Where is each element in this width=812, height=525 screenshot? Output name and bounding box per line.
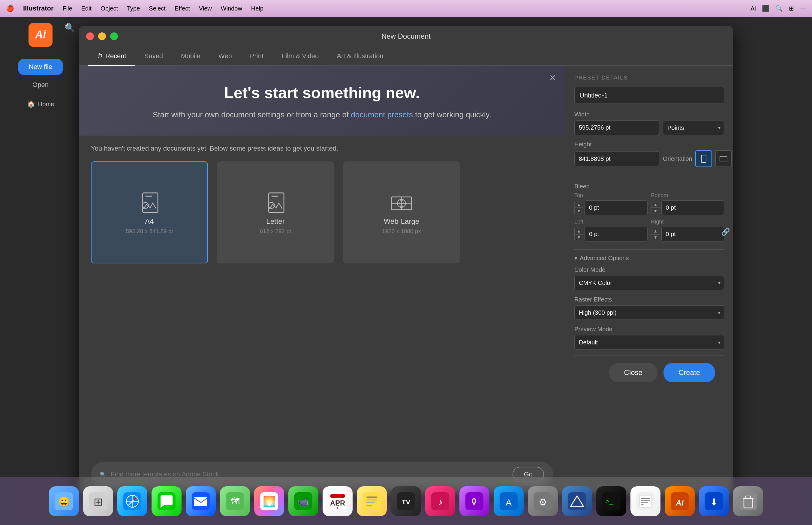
landscape-button[interactable] — [715, 150, 732, 167]
preset-icon-letter — [262, 190, 289, 217]
bleed-grid: Top ▲ ▼ Bottom — [574, 192, 724, 241]
bleed-bottom-up[interactable]: ▲ — [651, 201, 660, 208]
dock-item-safari[interactable] — [117, 486, 147, 516]
menu-bar: 🍎 Illustrator File Edit Object Type Sele… — [0, 0, 812, 17]
menu-help[interactable]: Help — [251, 5, 264, 12]
advanced-options-toggle[interactable]: ▾ Advanced Options — [574, 254, 724, 261]
bleed-left-input[interactable] — [585, 227, 648, 241]
dock-item-textedit[interactable] — [630, 486, 660, 516]
tab-saved[interactable]: Saved — [135, 47, 172, 65]
traffic-lights — [86, 32, 118, 40]
menu-object[interactable]: Object — [101, 5, 118, 12]
dock-item-appstore[interactable]: A — [494, 486, 524, 516]
dock-item-trash[interactable] — [733, 486, 763, 516]
bleed-left-down[interactable]: ▼ — [574, 234, 583, 240]
maximize-traffic-light[interactable] — [110, 32, 118, 40]
dock-item-finder[interactable]: 😀 — [49, 486, 79, 516]
bleed-top-down[interactable]: ▼ — [574, 208, 583, 214]
height-input[interactable] — [574, 151, 659, 166]
search-icon[interactable]: 🔍 — [776, 5, 783, 12]
control-center-icon[interactable]: ⊞ — [789, 5, 794, 12]
bleed-right-input[interactable] — [661, 227, 724, 241]
menu-window[interactable]: Window — [221, 5, 242, 12]
bleed-top-input[interactable] — [585, 200, 648, 215]
width-input[interactable] — [574, 120, 659, 135]
tab-saved-label: Saved — [144, 52, 163, 60]
tab-print[interactable]: Print — [241, 47, 272, 65]
dialog-body: ✕ Let's start something new. Start with … — [79, 66, 733, 494]
tab-film[interactable]: Film & Video — [272, 47, 328, 65]
tab-art[interactable]: Art & Illustration — [328, 47, 392, 65]
dock-item-facetime[interactable]: 📹 — [288, 486, 318, 516]
svg-rect-55 — [641, 502, 648, 503]
color-mode-select[interactable]: CMYK Color RGB Color — [574, 276, 724, 290]
tab-mobile[interactable]: Mobile — [172, 47, 209, 65]
bleed-label: Bleed — [574, 183, 724, 190]
dock-item-maps[interactable]: 🗺 — [220, 486, 250, 516]
dock-item-illustrator[interactable]: Ai — [665, 486, 695, 516]
dock-item-delta[interactable] — [562, 486, 592, 516]
dock-item-calendar[interactable]: APR7 — [322, 486, 352, 516]
bleed-right-up[interactable]: ▲ — [651, 228, 660, 234]
preset-card-web-large[interactable]: Web-Large 1920 x 1080 px — [343, 161, 460, 264]
raster-effects-select[interactable]: High (300 ppi) Medium (150 ppi) Low (72 … — [574, 305, 724, 320]
menu-type[interactable]: Type — [127, 5, 140, 12]
preset-a4-size: 595.28 x 841.89 pt — [126, 228, 173, 235]
dock-item-launchpad[interactable]: ⊞ — [83, 486, 113, 516]
ai-icon: Ai — [751, 5, 756, 12]
dock-item-mail[interactable] — [186, 486, 216, 516]
bleed-top-label: Top — [574, 192, 648, 199]
app-menu-illustrator[interactable]: Illustrator — [23, 4, 54, 12]
preset-name-input[interactable] — [574, 87, 724, 104]
bleed-bottom-input[interactable] — [661, 200, 724, 215]
bleed-right-down[interactable]: ▼ — [651, 234, 660, 240]
svg-rect-21 — [194, 497, 207, 506]
bleed-link-icon[interactable]: 🔗 — [721, 228, 730, 236]
preview-mode-select[interactable]: Default Pixel Overprint — [574, 335, 724, 349]
portrait-button[interactable] — [695, 150, 712, 167]
dock-item-photos[interactable]: 🌅 — [254, 486, 284, 516]
menu-file[interactable]: File — [62, 5, 72, 12]
close-button[interactable]: Close — [609, 363, 658, 382]
tab-web[interactable]: Web — [209, 47, 241, 65]
bleed-left-field: Left ▲ ▼ — [574, 219, 648, 241]
dock-item-terminal[interactable]: >_ — [596, 486, 626, 516]
svg-text:7: 7 — [336, 504, 339, 510]
hero-subtitle: Start with your own document settings or… — [97, 109, 547, 121]
preview-mode-label: Preview Mode — [574, 326, 724, 333]
create-button[interactable]: Create — [663, 363, 715, 382]
menu-select[interactable]: Select — [149, 5, 166, 12]
tab-recent-label: Recent — [105, 52, 126, 60]
color-mode-row: CMYK Color RGB Color — [574, 276, 724, 290]
bleed-left-up[interactable]: ▲ — [574, 228, 583, 234]
preset-web-large-name: Web-Large — [384, 217, 419, 226]
svg-rect-53 — [641, 498, 650, 499]
dock-item-music[interactable]: ♪ — [425, 486, 455, 516]
document-presets-link[interactable]: document presets — [351, 110, 413, 119]
dock-item-system-preferences[interactable]: ⚙ — [528, 486, 558, 516]
hero-subtitle-after: to get working quickly. — [413, 110, 491, 119]
apple-menu[interactable]: 🍎 — [6, 4, 14, 12]
hero-close-button[interactable]: ✕ — [549, 73, 556, 83]
height-label: Height — [574, 141, 724, 148]
tab-web-label: Web — [219, 52, 232, 60]
dock-item-notes[interactable] — [357, 486, 387, 516]
dialog-tabs: ⏱ Recent Saved Mobile Web Print Film & V… — [79, 47, 733, 66]
close-traffic-light[interactable] — [86, 32, 94, 40]
menu-effect[interactable]: Effect — [175, 5, 190, 12]
dock-item-podcasts[interactable]: 🎙 — [460, 486, 490, 516]
dock-item-appletv[interactable]: TV — [391, 486, 421, 516]
preset-card-letter[interactable]: Letter 612 x 792 pt — [217, 161, 334, 264]
bleed-bottom-down[interactable]: ▼ — [651, 208, 660, 214]
minimize-traffic-light[interactable] — [98, 32, 106, 40]
bleed-top-up[interactable]: ▲ — [574, 201, 583, 208]
menu-edit[interactable]: Edit — [81, 5, 91, 12]
dock-item-messages[interactable] — [152, 486, 182, 516]
preset-card-a4[interactable]: A4 595.28 x 841.89 pt — [91, 161, 208, 264]
width-row: Points Pixels Inches Millimeters — [574, 120, 724, 135]
width-unit-select[interactable]: Points Pixels Inches Millimeters — [663, 121, 724, 135]
svg-rect-47 — [568, 492, 586, 510]
dock-item-downloader[interactable]: ⬇ — [699, 486, 729, 516]
tab-recent[interactable]: ⏱ Recent — [88, 47, 135, 65]
menu-view[interactable]: View — [199, 5, 212, 12]
